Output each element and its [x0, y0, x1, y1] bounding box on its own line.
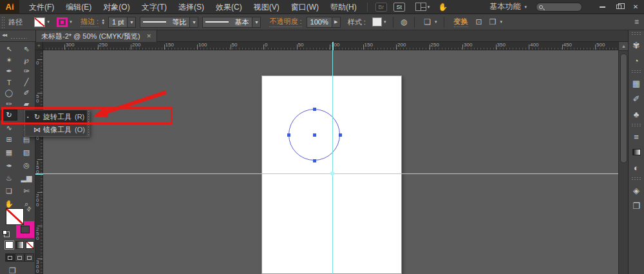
chevron-down-icon[interactable]: ▼ — [127, 17, 135, 27]
lasso-tool[interactable]: ℘ — [18, 55, 35, 66]
type-tool[interactable]: T — [1, 77, 17, 88]
variable-width-profile-combo[interactable]: 等比 ▼ — [140, 17, 198, 28]
eraser-tool[interactable]: ▰ — [18, 99, 35, 110]
step-down-icon[interactable]: ▼ — [101, 22, 105, 25]
panel-grip[interactable] — [10, 37, 27, 40]
align-button[interactable]: ❏ ▾ — [421, 17, 437, 26]
rotate-tool-item[interactable]: ▪↻旋转工具(R) — [25, 110, 87, 123]
chevron-down-icon[interactable]: ▼ — [189, 17, 198, 27]
arrange-documents-button[interactable]: ▾ — [410, 3, 430, 11]
menu-item-o[interactable]: 对象(O) — [97, 0, 135, 14]
flyout-tearoff-strip[interactable] — [87, 110, 89, 136]
anchor-left[interactable] — [287, 133, 290, 137]
layers-panel-button[interactable]: ◈ — [629, 182, 644, 198]
search-input[interactable] — [543, 4, 576, 10]
search-box[interactable] — [536, 3, 582, 12]
slice-tool[interactable]: ✄ — [18, 186, 35, 197]
control-panel-menu-icon[interactable]: ≡ — [634, 17, 639, 26]
canvas-area[interactable] — [43, 50, 618, 274]
style-swatch-control[interactable]: ▾ — [372, 17, 388, 26]
minimize-button[interactable] — [594, 1, 611, 13]
color-panel-button[interactable]: ✾ — [629, 37, 644, 53]
rotate-tool[interactable]: ↻ — [1, 110, 17, 121]
color-button[interactable] — [5, 241, 14, 249]
brushes-panel-button[interactable]: ✐ — [629, 91, 644, 106]
stroke-panel-button[interactable]: ≡ — [629, 129, 644, 144]
width-tool[interactable]: ∿ — [1, 122, 17, 133]
chevron-down-icon[interactable]: ▾ — [68, 19, 74, 24]
menu-item-e[interactable]: 编辑(E) — [60, 0, 97, 14]
stock-button[interactable]: St — [393, 3, 405, 12]
opacity-panel-link[interactable]: 不透明度 : — [269, 17, 301, 27]
tab-close-icon[interactable]: ✕ — [147, 33, 152, 39]
menu-item-v[interactable]: 视图(V) — [248, 0, 285, 14]
brush-definition-combo[interactable]: 基本 ▼ — [202, 17, 261, 28]
symbols-panel-button[interactable]: ♣ — [629, 106, 644, 122]
close-button[interactable]: ✕ — [627, 1, 644, 13]
stroke-weight-combo[interactable]: 1 pt ▼ — [108, 17, 136, 28]
shape-builder-tool[interactable]: ⊞ — [1, 134, 17, 145]
document-tab[interactable]: 未标题-2* @ 50% (CMYK/预览) ✕ — [35, 30, 157, 42]
swatches-panel-button[interactable]: ▦ — [629, 75, 644, 91]
menu-item-w[interactable]: 窗口(W) — [285, 0, 325, 14]
isolate-selection-button[interactable]: ❒ ▾ — [487, 17, 502, 26]
chevron-down-icon[interactable]: ▼ — [252, 17, 260, 27]
line-segment-tool[interactable]: ╱ — [18, 77, 35, 88]
style-swatch[interactable] — [372, 17, 382, 26]
pen-tool[interactable]: ✒ — [1, 66, 17, 77]
ruler-origin-box[interactable]: + — [35, 42, 43, 50]
restore-button[interactable] — [611, 1, 627, 13]
bridge-button[interactable]: Br — [375, 3, 387, 12]
collapse-panel-icon[interactable]: ◂◂ — [2, 32, 6, 38]
gradient-button[interactable] — [15, 241, 24, 249]
panel-grip[interactable] — [631, 32, 641, 36]
menu-item-f[interactable]: 文件(F) — [23, 0, 60, 14]
magic-wand-tool[interactable]: ✶ — [1, 55, 17, 66]
blob-brush-tool[interactable]: ✑ — [18, 66, 35, 77]
blend-tool[interactable]: ◎ — [18, 160, 35, 171]
artboards-panel-button[interactable]: ❐ — [629, 198, 644, 213]
chevron-down-icon[interactable]: ▾ — [382, 19, 388, 24]
panel-grip[interactable] — [631, 70, 641, 74]
draw-inside-button[interactable] — [24, 253, 34, 262]
vertical-ruler[interactable]: 05 01 0 01 5 02 0 02 5 03 0 0 — [35, 50, 43, 274]
scrollbar-thumb[interactable] — [620, 54, 627, 163]
selection-tool[interactable]: ↖ — [1, 44, 17, 55]
menu-item-h[interactable]: 帮助(H) — [325, 0, 363, 14]
gradient-tool[interactable]: ▧ — [18, 147, 35, 158]
anchor-right[interactable] — [339, 133, 342, 137]
workspace-switcher[interactable]: 基本功能 ▾ — [489, 1, 527, 12]
screen-mode-button[interactable]: ❐ — [9, 266, 16, 274]
bounding-box-icon[interactable]: ⊡ — [476, 17, 482, 26]
draw-normal-button[interactable] — [5, 253, 15, 262]
symbol-sprayer-tool[interactable]: ♨ — [1, 173, 17, 184]
default-fill-stroke-icon[interactable] — [3, 230, 7, 235]
recolor-artwork-icon[interactable]: ◍ — [401, 17, 407, 26]
none-button[interactable] — [26, 241, 34, 249]
anchor-bottom[interactable] — [313, 159, 316, 162]
stroke-weight-stepper[interactable]: ▲▼ — [101, 19, 105, 25]
menu-item-t[interactable]: 文字(T) — [136, 0, 173, 14]
eyedropper-tool[interactable]: ✒ — [1, 160, 17, 171]
fill-color-control[interactable]: ▾ — [34, 17, 52, 27]
menu-item-s[interactable]: 选择(S) — [173, 0, 210, 14]
transparency-panel-button[interactable]: ◐ — [629, 160, 644, 175]
gradient-panel-button[interactable] — [629, 144, 644, 160]
fill-proxy-none[interactable] — [6, 208, 24, 225]
color-guide-panel-button[interactable]: ◔ — [629, 53, 644, 68]
opacity-combo[interactable]: 100% ▶ — [307, 17, 341, 28]
direct-selection-tool[interactable]: ⇖ — [18, 44, 35, 55]
draw-behind-button[interactable] — [15, 253, 24, 262]
vertical-guide[interactable] — [332, 50, 333, 274]
ellipse-tool[interactable]: ◯ — [1, 88, 17, 99]
pencil-tool[interactable]: ✏ — [1, 99, 17, 110]
horizontal-ruler[interactable]: 3002502001501005005010015020025030035040… — [43, 42, 618, 50]
menu-item-c[interactable]: 效果(C) — [210, 0, 248, 14]
mesh-tool[interactable]: ▦ — [1, 147, 17, 158]
artboard-tool[interactable]: ❏ — [1, 186, 17, 197]
stroke-panel-link[interactable]: 描边 : — [80, 17, 99, 27]
chevron-right-icon[interactable]: ▶ — [332, 17, 340, 27]
transform-panel-link[interactable]: 变换 — [454, 17, 468, 27]
anchor-center[interactable] — [313, 133, 316, 137]
paintbrush-tool[interactable]: ✐ — [18, 88, 35, 99]
